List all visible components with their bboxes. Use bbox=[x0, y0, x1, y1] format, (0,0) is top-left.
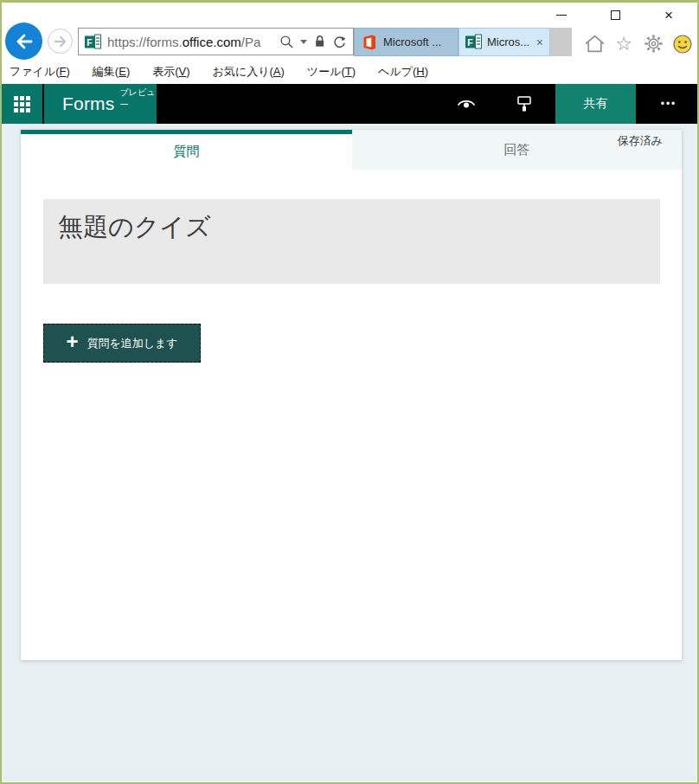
close-button[interactable]: × bbox=[642, 3, 696, 28]
arrow-right-icon bbox=[53, 34, 68, 49]
theme-button[interactable] bbox=[507, 84, 542, 124]
paint-roller-icon bbox=[516, 95, 532, 112]
browser-action-icons: ☆ bbox=[580, 28, 697, 60]
home-icon bbox=[584, 34, 606, 54]
menu-item[interactable]: お気に入り(A) bbox=[213, 64, 285, 80]
smiley-icon bbox=[672, 34, 693, 55]
svg-text:F: F bbox=[467, 37, 473, 48]
share-label: 共有 bbox=[584, 96, 608, 112]
forms-app-bar: Forms プレビュー 共有 ••• bbox=[2, 84, 697, 124]
preview-button[interactable] bbox=[449, 84, 484, 124]
minimize-icon bbox=[556, 15, 567, 16]
navigation-bar: F https://forms.office.com/Pa bbox=[2, 28, 697, 60]
arrow-left-icon bbox=[14, 31, 35, 52]
gear-icon bbox=[644, 34, 664, 54]
add-question-label: 質問を追加します bbox=[87, 336, 177, 351]
preview-badge: プレビュー bbox=[120, 87, 157, 111]
forward-button[interactable] bbox=[48, 29, 73, 54]
menu-item[interactable]: 表示(V) bbox=[152, 64, 189, 80]
brand-name: Forms bbox=[62, 93, 115, 114]
menu-item[interactable]: 編集(E) bbox=[93, 64, 130, 80]
refresh-icon[interactable] bbox=[332, 35, 347, 49]
tab-close-icon[interactable]: × bbox=[536, 36, 543, 48]
form-card: 質問 回答 保存済み 無題のクイズ + 質問を追加します bbox=[21, 130, 682, 660]
ellipsis-icon: ••• bbox=[661, 98, 677, 110]
window-controls: × bbox=[535, 3, 696, 28]
back-button[interactable] bbox=[5, 22, 42, 60]
title-bar: × bbox=[2, 3, 697, 28]
waffle-icon bbox=[14, 96, 30, 112]
new-tab-button[interactable] bbox=[550, 28, 572, 56]
maximize-button[interactable] bbox=[588, 3, 642, 28]
form-title-field[interactable]: 無題のクイズ bbox=[43, 199, 660, 284]
search-icon[interactable] bbox=[279, 35, 294, 49]
tab-questions[interactable]: 質問 bbox=[21, 130, 352, 170]
tab-responses-label: 回答 bbox=[504, 142, 530, 158]
browser-window: × F https://forms.office.com/Pa bbox=[0, 0, 699, 784]
url-text[interactable]: https://forms.office.com/Pa bbox=[107, 35, 273, 49]
tab-questions-label: 質問 bbox=[174, 144, 200, 160]
browser-tab-office[interactable]: Microsoft ... bbox=[354, 28, 459, 56]
form-title-text: 無題のクイズ bbox=[58, 213, 211, 241]
minimize-button[interactable] bbox=[535, 3, 588, 28]
share-button[interactable]: 共有 bbox=[555, 84, 636, 124]
settings-button[interactable] bbox=[638, 34, 668, 54]
maximize-icon bbox=[611, 10, 620, 20]
tab-title: Micros... bbox=[487, 35, 531, 48]
address-dropdown-icon[interactable] bbox=[300, 40, 307, 44]
menu-bar: ファイル(F) 編集(E) 表示(V) お気に入り(A) ツール(T) ヘルプ(… bbox=[2, 60, 697, 84]
menu-item[interactable]: ヘルプ(H) bbox=[378, 64, 428, 80]
add-question-button[interactable]: + 質問を追加します bbox=[43, 324, 201, 363]
page-background: 質問 回答 保存済み 無題のクイズ + 質問を追加します bbox=[2, 124, 697, 781]
tab-title: Microsoft ... bbox=[383, 35, 452, 48]
close-icon: × bbox=[664, 8, 673, 22]
saved-status: 保存済み bbox=[618, 133, 663, 149]
office-icon bbox=[361, 34, 378, 51]
browser-tab-forms[interactable]: F Micros... × bbox=[459, 28, 550, 56]
eye-icon bbox=[457, 96, 476, 112]
feedback-button[interactable] bbox=[668, 34, 697, 55]
more-options-button[interactable]: ••• bbox=[643, 84, 695, 124]
favorites-button[interactable]: ☆ bbox=[609, 35, 638, 54]
lock-icon bbox=[313, 35, 326, 48]
address-bar[interactable]: F https://forms.office.com/Pa bbox=[78, 28, 354, 55]
star-icon: ☆ bbox=[615, 35, 632, 54]
app-launcher-button[interactable] bbox=[2, 84, 42, 124]
plus-icon: + bbox=[66, 331, 78, 352]
forms-tab-icon: F bbox=[465, 34, 482, 50]
forms-favicon-icon: F bbox=[85, 34, 101, 50]
forms-brand: Forms プレビュー bbox=[44, 84, 157, 124]
home-button[interactable] bbox=[580, 34, 609, 54]
svg-text:F: F bbox=[87, 36, 93, 47]
menu-item[interactable]: ツール(T) bbox=[307, 64, 356, 80]
menu-item[interactable]: ファイル(F) bbox=[10, 64, 70, 80]
